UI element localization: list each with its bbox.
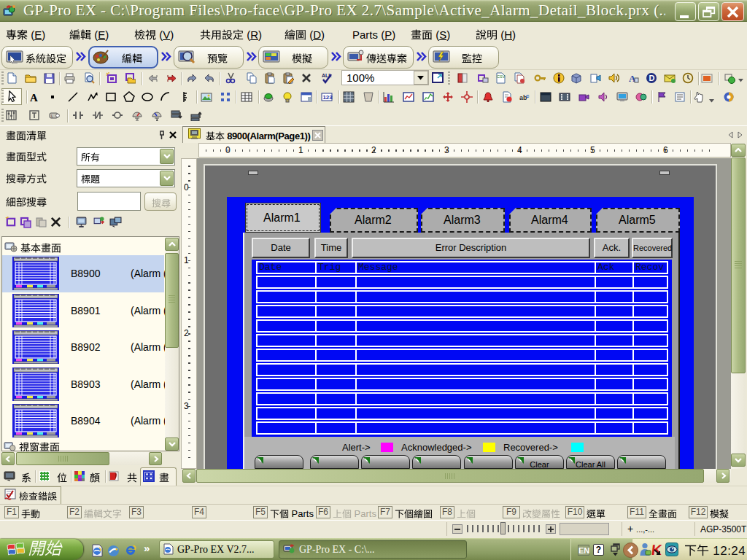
svg-text:c: c bbox=[526, 93, 530, 99]
svg-text:123: 123 bbox=[322, 94, 333, 101]
svg-text:A: A bbox=[30, 92, 38, 103]
svg-text:L: L bbox=[51, 114, 53, 118]
svg-text:CSV: CSV bbox=[497, 74, 506, 79]
svg-text:D: D bbox=[649, 74, 655, 82]
